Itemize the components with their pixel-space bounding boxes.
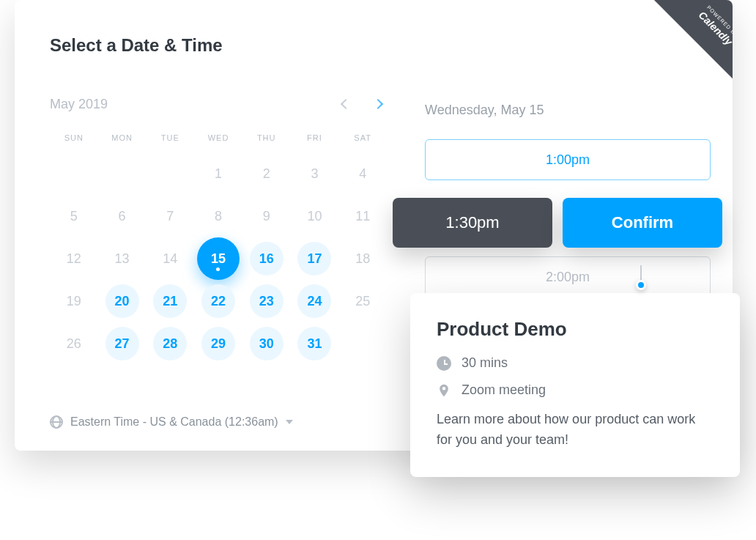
selected-time-label: 1:30pm [445, 213, 499, 232]
next-month-button[interactable] [369, 95, 387, 113]
calendar-month-label: May 2019 [50, 97, 108, 112]
calendar-day: 2 [242, 152, 291, 195]
timezone-label: Eastern Time - US & Canada (12:36am) [70, 415, 278, 429]
calendar-day: 9 [242, 195, 291, 237]
calendar-day-available[interactable]: 20 [98, 280, 147, 322]
calendar-day-available[interactable]: 23 [242, 280, 291, 322]
globe-icon [50, 415, 63, 429]
dow-sat: SAT [338, 126, 387, 152]
calendar-day-available[interactable]: 22 [194, 280, 242, 322]
chevron-right-icon [373, 99, 383, 109]
time-slot[interactable]: 1:00pm [425, 139, 711, 180]
time-slot-label: 2:00pm [546, 270, 590, 285]
calendar-day-available[interactable]: 29 [194, 322, 242, 365]
event-location: Zoom meeting [462, 382, 546, 398]
dow-wed: WED [194, 126, 242, 152]
calendar-day-available[interactable]: 28 [146, 322, 194, 365]
calendar-body: 1234567891011121314151617181920212223242… [50, 152, 387, 365]
clock-icon [437, 356, 451, 371]
ribbon-small: POWERED BY [705, 4, 733, 38]
calendar-day: 18 [338, 237, 387, 280]
calendar-day-selected[interactable]: 15 [194, 237, 242, 280]
dow-tue: TUE [146, 126, 194, 152]
calendar-day-available[interactable]: 24 [291, 280, 339, 322]
calendar-day: 19 [50, 280, 98, 322]
calendar-day: 14 [146, 237, 194, 280]
calendar-day: 25 [338, 280, 387, 322]
calendar-day: 5 [50, 195, 98, 237]
calendar-day: 6 [98, 195, 147, 237]
confirm-label: Confirm [612, 213, 673, 232]
selected-time-row: 1:30pm Confirm [393, 198, 722, 248]
weekday-header: SUN MON TUE WED THU FRI SAT [50, 126, 387, 152]
dow-mon: MON [98, 126, 147, 152]
event-duration: 30 mins [462, 355, 508, 371]
calendar-day [146, 152, 194, 195]
powered-by-ribbon: POWERED BY Calendly [618, 0, 733, 115]
calendar-day: 12 [50, 237, 98, 280]
calendar-day-available[interactable]: 21 [146, 280, 194, 322]
time-slot-label: 1:00pm [546, 152, 590, 168]
calendar-day [50, 152, 98, 195]
confirm-button[interactable]: Confirm [563, 198, 722, 248]
dow-sun: SUN [50, 126, 98, 152]
calendar-day [98, 152, 147, 195]
calendar-day: 10 [291, 195, 339, 237]
event-title: Product Demo [437, 318, 714, 341]
calendar-day: 11 [338, 195, 387, 237]
time-slot[interactable]: 2:00pm [425, 256, 711, 297]
chevron-left-icon [341, 99, 351, 109]
calendar-day: 7 [146, 195, 194, 237]
page-title: Select a Date & Time [50, 35, 223, 56]
calendar-day: 13 [98, 237, 147, 280]
calendar-day-available[interactable]: 27 [98, 322, 147, 365]
calendar: May 2019 SUN MON TUE WED THU FRI SAT 123… [50, 95, 387, 365]
calendar-day: 26 [50, 322, 98, 365]
prev-month-button[interactable] [337, 95, 355, 113]
caret-down-icon [286, 420, 293, 424]
calendar-day-available[interactable]: 30 [242, 322, 291, 365]
location-pin-icon [437, 383, 451, 398]
calendar-day: 3 [291, 152, 339, 195]
calendar-day-available[interactable]: 17 [291, 237, 339, 280]
event-details-popover: Product Demo 30 mins Zoom meeting Learn … [410, 293, 740, 477]
selected-time-chip[interactable]: 1:30pm [393, 198, 552, 248]
calendar-day-available[interactable]: 16 [242, 237, 291, 280]
calendar-day [338, 322, 387, 365]
event-description: Learn more about how our product can wor… [437, 410, 714, 451]
dow-fri: FRI [291, 126, 339, 152]
calendar-day: 4 [338, 152, 387, 195]
ribbon-brand: Calendly [696, 9, 733, 48]
timezone-selector[interactable]: Eastern Time - US & Canada (12:36am) [50, 415, 293, 429]
dow-thu: THU [242, 126, 291, 152]
calendar-day-available[interactable]: 31 [291, 322, 339, 365]
popover-marker-dot [636, 280, 646, 290]
calendar-day: 1 [194, 152, 242, 195]
calendar-day: 8 [194, 195, 242, 237]
selected-date-label: Wednesday, May 15 [425, 103, 544, 118]
